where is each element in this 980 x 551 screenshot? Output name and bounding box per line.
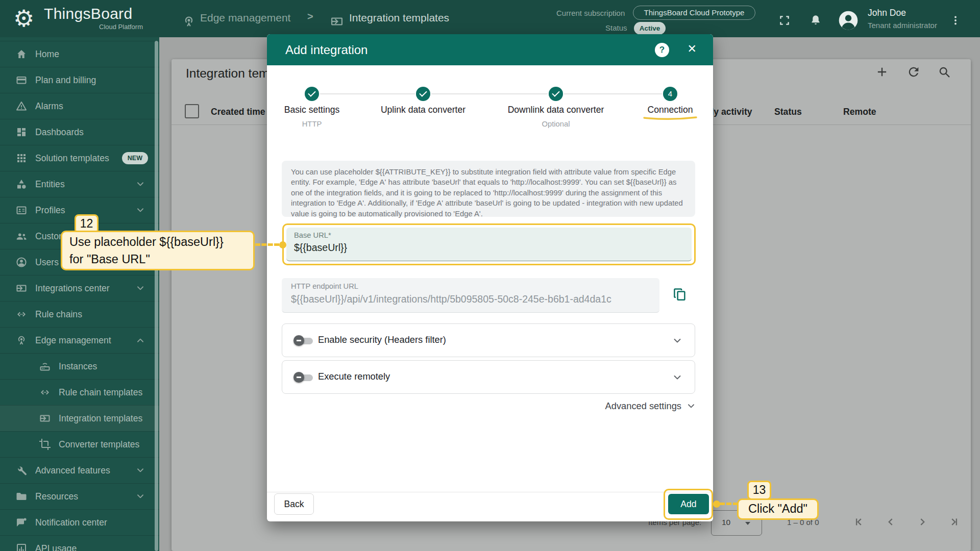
endpoint-value: ${{baseUrl}}/api/v1/integrations/http/5b… bbox=[291, 293, 648, 305]
integration-icon bbox=[330, 14, 344, 29]
stepper-connector bbox=[564, 93, 662, 94]
sidebar-item-plan-and-billing[interactable]: Plan and billing bbox=[0, 67, 159, 93]
chevron-down-icon bbox=[685, 400, 697, 412]
breadcrumb-parent[interactable]: Edge management bbox=[200, 12, 290, 24]
annotation-13-callout: Click "Add" bbox=[737, 498, 819, 520]
ethernet-icon bbox=[39, 386, 51, 398]
router-icon bbox=[39, 360, 51, 372]
sidebar-item-integration-templates[interactable]: Integration templates bbox=[0, 405, 159, 431]
sidebar-item-home[interactable]: Home bbox=[0, 41, 159, 67]
logo-title: ThingsBoard bbox=[44, 5, 132, 22]
top-bar: ⚙ ThingsBoard Cloud Platform Edge manage… bbox=[0, 0, 980, 37]
sidebar-item-instances[interactable]: Instances bbox=[0, 353, 159, 379]
placeholder-info-text: You can use placeholder ${{ATTRIBUTE_KEY… bbox=[282, 161, 695, 217]
sidebar-item-entities[interactable]: Entities bbox=[0, 171, 159, 197]
help-icon[interactable]: ? bbox=[655, 43, 669, 57]
sidebar-item-dashboards[interactable]: Dashboards bbox=[0, 119, 159, 145]
add-button-highlight-box bbox=[664, 489, 713, 520]
chevron-up-icon bbox=[135, 335, 146, 346]
new-badge: NEW bbox=[122, 152, 148, 164]
input-icon bbox=[15, 282, 28, 294]
chevron-down-icon bbox=[135, 465, 146, 476]
chart-icon bbox=[15, 542, 28, 551]
user-name: John Doe bbox=[868, 8, 906, 18]
crop-icon bbox=[39, 438, 51, 450]
sidebar-item-alarms[interactable]: Alarms bbox=[0, 93, 159, 119]
chevron-down-icon bbox=[135, 491, 146, 502]
sidebar-item-rule-chain-templates[interactable]: Rule chain templates bbox=[0, 379, 159, 405]
annotation-13-badge: 13 bbox=[747, 481, 771, 500]
thingsboard-logo-icon: ⚙ bbox=[13, 5, 34, 32]
sidebar-item-api-usage[interactable]: API usage bbox=[0, 535, 159, 551]
home-icon bbox=[15, 48, 28, 60]
message-icon bbox=[15, 516, 28, 529]
step-3-done-icon[interactable] bbox=[549, 87, 563, 101]
user-role: Tenant administrator bbox=[868, 21, 937, 30]
shapes-icon bbox=[15, 178, 28, 190]
close-icon[interactable]: ✕ bbox=[688, 42, 697, 55]
avatar[interactable] bbox=[837, 9, 860, 32]
execute-remotely-toggle[interactable] bbox=[293, 372, 314, 383]
step-1-done-icon[interactable] bbox=[305, 87, 319, 101]
sidebar-item-converter-templates[interactable]: Converter templates bbox=[0, 431, 159, 457]
stepper-connector bbox=[320, 93, 415, 94]
notifications-bell-icon[interactable] bbox=[809, 14, 822, 27]
folder-icon bbox=[15, 490, 28, 503]
dialog-title: Add integration bbox=[285, 34, 368, 65]
people-icon bbox=[15, 230, 28, 242]
more-vert-icon[interactable] bbox=[949, 14, 962, 27]
chevron-down-icon[interactable] bbox=[671, 335, 683, 347]
copy-icon[interactable] bbox=[672, 287, 688, 302]
sidebar-item-edge-management[interactable]: Edge management bbox=[0, 327, 159, 353]
sidebar-item-resources[interactable]: Resources bbox=[0, 483, 159, 509]
logo-subtitle: Cloud Platform bbox=[44, 23, 143, 31]
base-url-field[interactable]: Base URL* ${{baseUrl}} bbox=[286, 228, 692, 261]
tab-connection[interactable]: Connection bbox=[647, 105, 693, 115]
tab-downlink-data-converter[interactable]: Downlink data converter bbox=[508, 105, 604, 115]
execute-remotely-card[interactable]: Execute remotely bbox=[282, 360, 695, 394]
step-2-done-icon[interactable] bbox=[416, 87, 430, 101]
sidebar-item-rule-chains[interactable]: Rule chains bbox=[0, 301, 159, 327]
dashboard-icon bbox=[15, 126, 28, 138]
dialog-footer-divider bbox=[267, 492, 713, 492]
subscription-plan-chip[interactable]: ThingsBoard Cloud Prototype bbox=[633, 6, 755, 20]
sidebar-item-integrations-center[interactable]: Integrations center bbox=[0, 275, 159, 301]
annotation-13-dot bbox=[713, 500, 720, 508]
tab-basic-settings[interactable]: Basic settings bbox=[284, 105, 340, 115]
chevron-down-icon bbox=[135, 205, 146, 216]
annotation-12-connector bbox=[255, 243, 279, 246]
chevron-down-icon bbox=[135, 283, 146, 294]
dialog-header: Add integration ? ✕ bbox=[267, 34, 713, 65]
antenna-icon bbox=[182, 14, 196, 29]
current-subscription-label: Current subscription bbox=[556, 9, 625, 17]
sidebar-scrollbar[interactable] bbox=[155, 41, 158, 551]
breadcrumb-current[interactable]: Integration templates bbox=[349, 12, 449, 24]
chevron-down-icon bbox=[135, 179, 146, 190]
breadcrumb-separator: > bbox=[307, 11, 313, 22]
status-badge: Active bbox=[634, 22, 666, 35]
sidebar-item-advanced-features[interactable]: Advanced features bbox=[0, 457, 159, 483]
annotation-12-dot bbox=[279, 241, 286, 248]
back-button[interactable]: Back bbox=[274, 493, 314, 515]
antenna-icon bbox=[15, 334, 28, 346]
step-4-number[interactable]: 4 bbox=[663, 87, 677, 101]
fullscreen-icon[interactable] bbox=[778, 14, 791, 27]
sidebar-item-notification-center[interactable]: Notification center bbox=[0, 509, 159, 535]
tab-uplink-data-converter[interactable]: Uplink data converter bbox=[381, 105, 465, 115]
annotation-13-connector bbox=[720, 503, 738, 505]
base-url-label: Base URL* bbox=[294, 231, 331, 239]
enable-security-card[interactable]: Enable security (Headers filter) bbox=[282, 323, 695, 357]
thingsboard-app: ⚙ ThingsBoard Cloud Platform Edge manage… bbox=[0, 0, 980, 551]
enable-security-toggle[interactable] bbox=[293, 335, 314, 346]
status-label: Status bbox=[605, 23, 627, 32]
badge-icon bbox=[15, 204, 28, 216]
advanced-settings-expander[interactable]: Advanced settings bbox=[605, 400, 697, 412]
http-endpoint-url-field: HTTP endpoint URL ${{baseUrl}}/api/v1/in… bbox=[282, 278, 659, 313]
input-icon bbox=[39, 412, 51, 424]
sidebar: Home Plan and billing Alarms Dashboards … bbox=[0, 37, 159, 551]
stepper-connector bbox=[431, 93, 548, 94]
chevron-down-icon[interactable] bbox=[671, 371, 683, 384]
sidebar-item-solution-templates[interactable]: Solution templates NEW bbox=[0, 145, 159, 171]
person-icon bbox=[15, 256, 28, 268]
base-url-value[interactable]: ${{baseUrl}} bbox=[294, 242, 347, 254]
